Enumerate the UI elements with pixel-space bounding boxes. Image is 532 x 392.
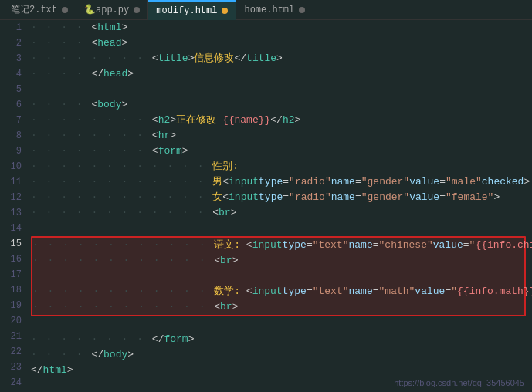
tab-note[interactable]: 笔记2.txt <box>3 0 76 20</box>
code-line-7: · · · · · · · · <h2>正在修改 {{name}}</h2> <box>31 113 532 128</box>
code-line-16: · · · · · · · · · · · · <br> <box>32 253 524 269</box>
editor: 1 2 3 4 5 6 7 8 9 10 11 12 13 14 15 16 1… <box>0 20 532 392</box>
code-line-10: · · · · · · · · · · · · 性别: <box>31 159 532 174</box>
tab-app-close[interactable] <box>134 7 140 13</box>
tab-home[interactable]: home.html <box>236 0 313 20</box>
tab-note-close[interactable] <box>62 7 68 13</box>
code-line-5 <box>31 82 532 97</box>
tab-app[interactable]: 🐍 app.py <box>76 0 148 20</box>
code-line-2: · · · · <head> <box>31 35 532 51</box>
ln-1: 1 <box>0 20 22 35</box>
tab-app-label: 🐍 <box>84 4 96 15</box>
code-line-6: · · · · <body> <box>31 97 532 113</box>
tab-modify-label: modify.html <box>156 5 217 16</box>
ln-24: 24 <box>0 375 22 390</box>
code-line-13: · · · · · · · · · · · · <br> <box>31 205 532 221</box>
code-line-22: · · · · </body> <box>31 347 532 363</box>
tab-bar: 笔记2.txt 🐍 app.py modify.html home.html <box>0 0 532 20</box>
ln-17: 17 <box>0 267 22 282</box>
code-line-20 <box>31 316 532 332</box>
ln-14: 14 <box>0 221 22 236</box>
code-line-18: · · · · · · · · · · · · 数学: <input type=… <box>32 284 524 299</box>
ln-11: 11 <box>0 174 22 190</box>
ln-16: 16 <box>0 252 22 267</box>
code-line-23: </html> <box>31 363 532 378</box>
ln-21: 21 <box>0 329 22 344</box>
watermark: https://blog.csdn.net/qq_35456045 <box>394 378 524 387</box>
code-line-12: · · · · · · · · · · · · 女<input type="ra… <box>31 190 532 205</box>
ln-20: 20 <box>0 313 22 329</box>
code-line-21: · · · · · · · · </form> <box>31 332 532 347</box>
code-line-11: · · · · · · · · · · · · 男<input type="ra… <box>31 174 532 190</box>
code-line-15: · · · · · · · · · · · · 语文: <input type=… <box>32 238 524 253</box>
ln-9: 9 <box>0 144 22 159</box>
ln-5: 5 <box>0 82 22 97</box>
ln-4: 4 <box>0 66 22 82</box>
code-line-9: · · · · · · · · <form> <box>31 144 532 159</box>
ln-10: 10 <box>0 159 22 174</box>
code-line-14 <box>31 221 532 236</box>
ln-22: 22 <box>0 344 22 360</box>
tab-modify[interactable]: modify.html <box>148 0 236 20</box>
ln-18: 18 <box>0 282 22 298</box>
tab-home-close[interactable] <box>299 7 305 13</box>
code-line-19: · · · · · · · · · · · · <br> <box>32 299 524 315</box>
code-line-3: · · · · · · · · <title>信息修改</title> <box>31 51 532 66</box>
tab-app-name: app.py <box>96 5 129 15</box>
line-numbers: 1 2 3 4 5 6 7 8 9 10 11 12 13 14 15 16 1… <box>0 20 28 392</box>
ln-7: 7 <box>0 113 22 128</box>
code-line-17 <box>32 269 524 284</box>
ln-13: 13 <box>0 205 22 221</box>
tab-home-label: home.html <box>244 5 294 15</box>
tab-modify-close[interactable] <box>222 8 228 14</box>
ln-6: 6 <box>0 97 22 113</box>
ln-8: 8 <box>0 128 22 144</box>
ln-3: 3 <box>0 51 22 66</box>
ln-19: 19 <box>0 298 22 313</box>
code-area[interactable]: · · · · <html> · · · · <head> · · · · · … <box>28 20 532 392</box>
code-line-4: · · · · </head> <box>31 66 532 82</box>
ln-23: 23 <box>0 360 22 375</box>
ln-12: 12 <box>0 190 22 205</box>
tab-note-label: 笔记2.txt <box>11 3 57 16</box>
code-line-1: · · · · <html> <box>31 20 532 35</box>
ln-2: 2 <box>0 35 22 51</box>
code-line-8: · · · · · · · · <hr> <box>31 128 532 144</box>
ln-15: 15 <box>0 236 22 252</box>
